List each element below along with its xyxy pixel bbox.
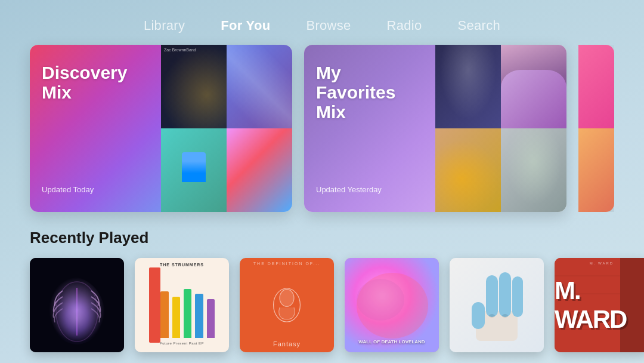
album-cover-wall-of-death: WALL OF DEATH LOVELAND: [345, 258, 439, 352]
favorites-hero: My Favorites Mix Updated Yesterday: [304, 45, 435, 212]
recently-played-section: Recently Played Against The Current: [30, 229, 614, 352]
discovery-mix-card[interactable]: Discovery Mix Updated Today: [30, 45, 292, 212]
bar-green: [184, 289, 191, 339]
nav-bar: Library For You Browse Radio Search: [0, 0, 644, 45]
nav-browse[interactable]: Browse: [306, 18, 351, 33]
recently-played-row: Against The Current: [30, 258, 614, 352]
svg-rect-0: [30, 258, 124, 352]
nav-search[interactable]: Search: [458, 18, 501, 33]
svg-point-3: [50, 279, 104, 344]
album-card-strummers[interactable]: The Strummers Future Present Past EP: [135, 258, 229, 352]
nav-for-you[interactable]: For You: [221, 18, 270, 33]
fantasy-art: [263, 281, 311, 329]
discovery-album-2: [227, 45, 292, 128]
nav-library[interactable]: Library: [144, 18, 185, 33]
bar-red: [149, 302, 157, 339]
album-cover-fantasy: The Definition Of... Fantasy: [240, 258, 334, 352]
discovery-mix-title: Discovery Mix: [42, 63, 149, 102]
album-card-fantasy[interactable]: The Definition Of... Fantasy: [240, 258, 334, 352]
discovery-hero: Discovery Mix Updated Today: [30, 45, 161, 212]
strummers-bars: [149, 286, 215, 338]
svg-point-5: [280, 290, 294, 307]
album-cover-against-current: Against The Current: [30, 258, 124, 352]
album-cover-strummers: The Strummers Future Present Past EP: [135, 258, 229, 352]
svg-point-14: [489, 314, 495, 318]
svg-point-15: [502, 314, 508, 318]
favorites-album-1: [435, 45, 501, 128]
favorites-album-2: [501, 45, 566, 128]
svg-rect-11: [486, 275, 498, 317]
strummers-sublabel: Future Present Past EP: [135, 342, 229, 345]
third-mix-card-partial: [578, 45, 614, 212]
fantasy-label: Fantasy: [240, 340, 334, 347]
album-cover-mward: M. WARD M. WARD: [555, 258, 644, 352]
discovery-mix-subtitle: Updated Today: [42, 185, 149, 194]
nav-radio[interactable]: Radio: [387, 18, 422, 33]
svg-rect-12: [499, 272, 511, 317]
svg-point-1: [56, 282, 98, 342]
album-card-wall-of-death[interactable]: WALL OF DEATH LOVELAND: [345, 258, 439, 352]
discovery-album-3: [161, 128, 227, 212]
svg-point-8: [357, 279, 404, 321]
atc-art: [30, 258, 124, 352]
discovery-album-1: [161, 45, 227, 128]
wall-label: WALL OF DEATH LOVELAND: [351, 339, 433, 345]
wall-art: [345, 258, 439, 352]
recently-played-title: Recently Played: [30, 229, 614, 247]
favorites-album-4: [501, 128, 566, 212]
favorites-album-3: [435, 128, 501, 212]
mix-cards-row: Discovery Mix Updated Today My Favorites…: [30, 45, 614, 212]
bar-purple: [207, 299, 215, 338]
mward-text: M. WARD: [555, 258, 644, 352]
hand-art: [467, 263, 527, 347]
main-content: Discovery Mix Updated Today My Favorites…: [0, 45, 644, 352]
album-card-hand[interactable]: [450, 258, 544, 352]
album-card-against-current[interactable]: Against The Current: [30, 258, 124, 352]
favorites-mix-title: My Favorites Mix: [316, 63, 423, 122]
favorites-mix-subtitle: Updated Yesterday: [316, 185, 423, 194]
bar-orange: [160, 291, 168, 338]
favorites-mix-card[interactable]: My Favorites Mix Updated Yesterday: [304, 45, 566, 212]
bar-yellow: [172, 297, 180, 339]
album-card-mward[interactable]: M. WARD M. WARD: [555, 258, 644, 352]
fantasy-top-label: The Definition Of...: [240, 262, 334, 266]
strummers-label: The Strummers: [135, 263, 229, 267]
svg-rect-13: [512, 276, 523, 317]
bar-blue: [195, 294, 203, 338]
discovery-album-4: [227, 128, 292, 212]
svg-rect-10: [472, 302, 485, 329]
album-cover-hand: [450, 258, 544, 352]
